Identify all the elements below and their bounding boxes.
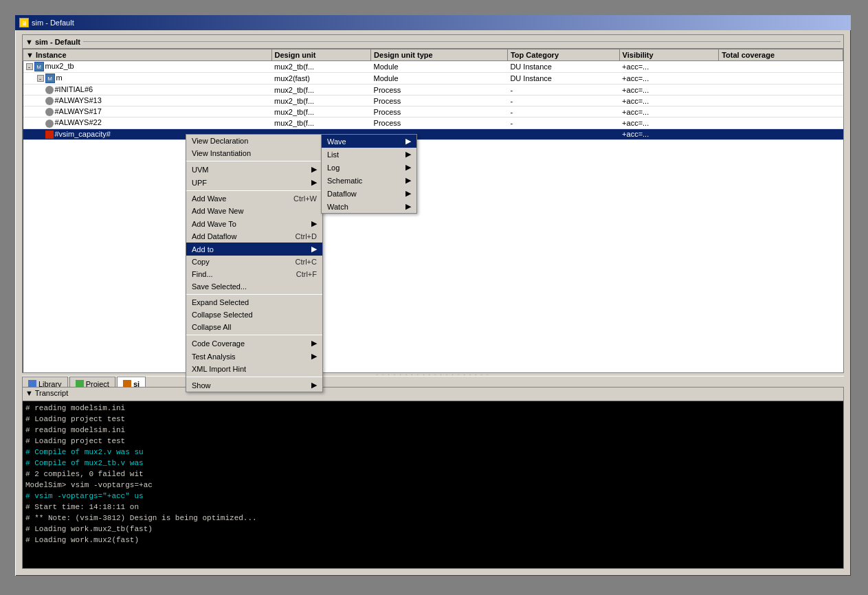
- instance-name: mux2_tb: [45, 62, 74, 70]
- total-coverage-cell: [719, 96, 843, 106]
- col-top-category[interactable]: Top Category: [507, 49, 619, 61]
- design-unit-cell: mux2_tb(f...: [271, 85, 371, 96]
- top-category-cell: -: [507, 85, 619, 96]
- design-unit-type-cell: Module: [371, 73, 508, 85]
- top-category-cell: DU Instance: [507, 61, 619, 73]
- instance-name: #INITIAL#6: [55, 85, 93, 93]
- design-unit-cell: mux2_tb(f...: [271, 96, 371, 106]
- table-row[interactable]: #ALWAYS#17mux2_tb(f...Process-+acc=...: [23, 106, 843, 117]
- menu-item-label: Code Coverage: [192, 339, 245, 348]
- col-total-coverage[interactable]: Total coverage: [719, 49, 843, 61]
- instance-name: #ALWAYS#17: [55, 107, 102, 115]
- transcript-line: # Compile of mux2.v was su: [25, 447, 841, 458]
- context-menu-item-add-dataflow[interactable]: Add DataflowCtrl+D: [186, 230, 322, 243]
- visibility-cell: +acc=...: [619, 106, 719, 117]
- submenu-item-label: Wave: [327, 137, 346, 146]
- submenu-item-watch[interactable]: Watch▶: [322, 200, 416, 213]
- table-row[interactable]: -Mmux2_tbmux2_tb(f...ModuleDU Instance+a…: [23, 61, 843, 73]
- table-row[interactable]: #vsim_capacity#+acc=...: [23, 128, 843, 139]
- context-menu-item-add-wave[interactable]: Add WaveCtrl+W: [186, 192, 322, 205]
- sim-title: ▼ sim - Default: [25, 38, 80, 46]
- submenu-item-dataflow[interactable]: Dataflow▶: [322, 187, 416, 200]
- top-category-cell: -: [507, 117, 619, 128]
- collapse-btn[interactable]: -: [26, 63, 33, 70]
- menu-item-label: Add Dataflow: [192, 232, 236, 240]
- menu-item-label: Expand Selected: [192, 298, 249, 306]
- main-window: 🖥 sim - Default ▼ sim - Default ▼ Instan…: [14, 14, 852, 577]
- submenu-arrow-icon: ▶: [311, 339, 317, 348]
- col-instance[interactable]: ▼ Instance: [23, 49, 272, 61]
- menu-separator: [186, 161, 322, 161]
- context-menu-item-find---[interactable]: Find...Ctrl+F: [186, 268, 322, 280]
- context-menu-item-collapse-selected[interactable]: Collapse Selected: [186, 308, 322, 321]
- submenu-item-log[interactable]: Log▶: [322, 161, 416, 174]
- title-bar: 🖥 sim - Default: [15, 15, 851, 30]
- menu-item-label: Show: [192, 381, 211, 390]
- design-unit-type-cell: Process: [371, 85, 508, 96]
- instance-name: m: [56, 74, 63, 82]
- submenu-arrow-icon: ▶: [405, 137, 411, 146]
- instance-table: ▼ Instance Design unit Design unit type …: [23, 49, 843, 140]
- total-coverage-cell: [719, 106, 843, 117]
- context-menu-item-code-coverage[interactable]: Code Coverage▶: [186, 337, 322, 350]
- menu-item-label: Copy: [192, 258, 210, 266]
- submenu-item-wave[interactable]: Wave▶: [322, 135, 416, 148]
- context-menu-item-add-wave-new[interactable]: Add Wave New: [186, 205, 322, 217]
- context-menu-item-xml-import-hint[interactable]: XML Import Hint: [186, 363, 322, 375]
- context-menu-item-test-analysis[interactable]: Test Analysis▶: [186, 350, 322, 363]
- col-design-unit[interactable]: Design unit: [271, 49, 371, 61]
- transcript-line: # Loading project test: [25, 436, 841, 447]
- menu-item-label: Add to: [192, 245, 214, 254]
- transcript-content[interactable]: # reading modelsim.ini# Loading project …: [23, 401, 843, 568]
- process-icon: [45, 97, 54, 105]
- submenu-item-schematic[interactable]: Schematic▶: [322, 174, 416, 187]
- resize-handle[interactable]: · · · · · · · · · · · · · · · · · · · ·: [22, 372, 844, 377]
- table-row[interactable]: -Mmmux2(fast)ModuleDU Instance+acc=...: [23, 73, 843, 85]
- context-menu-item-upf[interactable]: UPF▶: [186, 176, 322, 189]
- total-coverage-cell: [719, 128, 843, 139]
- transcript-line: # Start time: 14:18:11 on: [25, 502, 841, 513]
- process-icon: [45, 86, 54, 94]
- transcript-line: # reading modelsim.ini: [25, 403, 841, 414]
- instance-name: #ALWAYS#13: [55, 96, 102, 104]
- table-row[interactable]: #ALWAYS#13mux2_tb(f...Process-+acc=...: [23, 96, 843, 106]
- menu-separator: [186, 335, 322, 335]
- collapse-btn[interactable]: -: [37, 75, 44, 82]
- context-menu-item-collapse-all[interactable]: Collapse All: [186, 321, 322, 333]
- menu-item-label: View Declaration: [192, 137, 248, 145]
- instance-table-container[interactable]: ▼ Instance Design unit Design unit type …: [23, 49, 843, 383]
- col-visibility[interactable]: Visibility: [619, 49, 719, 61]
- menu-item-label: UVM: [192, 166, 208, 174]
- table-row[interactable]: #ALWAYS#22mux2_tb(f...Process-+acc=...: [23, 117, 843, 128]
- context-menu-item-show[interactable]: Show▶: [186, 379, 322, 392]
- transcript-line: # vsim -voptargs="+acc" us: [25, 491, 841, 502]
- menu-item-label: Collapse All: [192, 323, 231, 331]
- instance-panel: ▼ sim - Default ▼ Instance Design unit D…: [22, 34, 844, 383]
- submenu-arrow-icon: ▶: [311, 178, 317, 187]
- transcript-line: # ** Note: (vsim-3812) Design is being o…: [25, 513, 841, 524]
- table-row[interactable]: #INITIAL#6mux2_tb(f...Process-+acc=...: [23, 85, 843, 96]
- transcript-line: # Compile of mux2_tb.v was: [25, 458, 841, 469]
- design-unit-type-cell: Process: [371, 117, 508, 128]
- menu-item-label: Find...: [192, 270, 213, 278]
- context-menu: View DeclarationView InstantiationUVM▶UP…: [186, 134, 323, 392]
- menu-item-label: Add Wave To: [192, 220, 236, 228]
- submenu-arrow-icon: ▶: [405, 163, 411, 172]
- top-category-cell: -: [507, 106, 619, 117]
- context-menu-item-copy[interactable]: CopyCtrl+C: [186, 256, 322, 268]
- submenu-item-label: Dataflow: [327, 190, 357, 198]
- context-menu-item-view-declaration[interactable]: View Declaration: [186, 135, 322, 147]
- context-menu-item-view-instantiation[interactable]: View Instantiation: [186, 147, 322, 159]
- context-menu-item-save-selected---[interactable]: Save Selected...: [186, 280, 322, 293]
- context-menu-item-add-to[interactable]: Add to▶: [186, 243, 322, 256]
- context-menu-item-expand-selected[interactable]: Expand Selected: [186, 296, 322, 308]
- context-menu-item-uvm[interactable]: UVM▶: [186, 163, 322, 176]
- module-icon: M: [45, 74, 55, 83]
- visibility-cell: +acc=...: [619, 96, 719, 106]
- submenu-arrow-icon: ▶: [311, 352, 317, 361]
- submenu-item-list[interactable]: List▶: [322, 148, 416, 161]
- col-design-unit-type[interactable]: Design unit type: [371, 49, 508, 61]
- context-menu-item-add-wave-to[interactable]: Add Wave To▶: [186, 217, 322, 230]
- visibility-cell: +acc=...: [619, 73, 719, 85]
- design-unit-type-cell: Process: [371, 96, 508, 106]
